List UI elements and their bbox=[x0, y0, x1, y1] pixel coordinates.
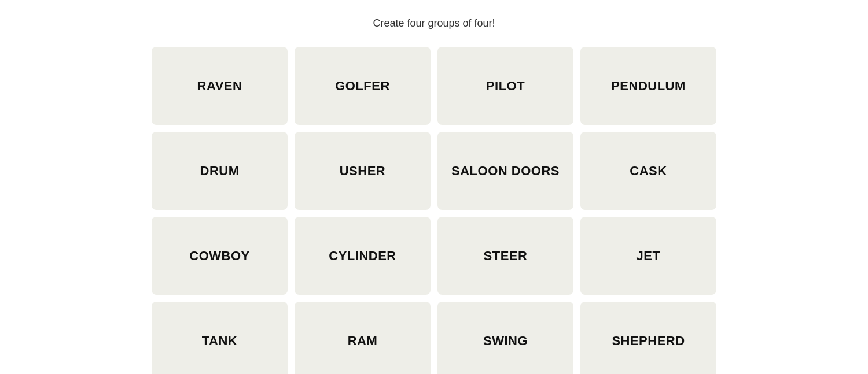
tile-label-cask: CASK bbox=[630, 164, 667, 179]
tile-label-ram: RAM bbox=[348, 334, 378, 349]
tile-label-drum: DRUM bbox=[200, 164, 240, 179]
tile-shepherd[interactable]: SHEPHERD bbox=[580, 302, 716, 374]
tile-cask[interactable]: CASK bbox=[580, 132, 716, 210]
tile-label-usher: USHER bbox=[340, 164, 386, 179]
word-grid: RAVENGOLFERPILOTPENDULUMDRUMUSHERSALOON … bbox=[152, 47, 716, 374]
tile-jet[interactable]: JET bbox=[580, 217, 716, 295]
tile-drum[interactable]: DRUM bbox=[152, 132, 288, 210]
tile-label-raven: RAVEN bbox=[197, 79, 242, 94]
tile-tank[interactable]: TANK bbox=[152, 302, 288, 374]
tile-label-jet: JET bbox=[637, 249, 661, 264]
game-subtitle: Create four groups of four! bbox=[373, 17, 495, 29]
tile-usher[interactable]: USHER bbox=[295, 132, 431, 210]
tile-label-tank: TANK bbox=[202, 334, 237, 349]
tile-swing[interactable]: SWING bbox=[437, 302, 573, 374]
tile-steer[interactable]: STEER bbox=[437, 217, 573, 295]
tile-label-swing: SWING bbox=[483, 334, 528, 349]
tile-label-steer: STEER bbox=[484, 249, 528, 264]
tile-pilot[interactable]: PILOT bbox=[437, 47, 573, 125]
tile-cowboy[interactable]: COWBOY bbox=[152, 217, 288, 295]
tile-label-pendulum: PENDULUM bbox=[611, 79, 686, 94]
tile-pendulum[interactable]: PENDULUM bbox=[580, 47, 716, 125]
tile-label-shepherd: SHEPHERD bbox=[612, 334, 685, 349]
tile-label-saloon-doors: SALOON DOORS bbox=[451, 164, 560, 179]
tile-ram[interactable]: RAM bbox=[295, 302, 431, 374]
tile-label-pilot: PILOT bbox=[486, 79, 525, 94]
tile-label-cylinder: CYLINDER bbox=[329, 249, 396, 264]
tile-label-golfer: GOLFER bbox=[335, 79, 390, 94]
tile-cylinder[interactable]: CYLINDER bbox=[295, 217, 431, 295]
tile-label-cowboy: COWBOY bbox=[189, 249, 249, 264]
tile-golfer[interactable]: GOLFER bbox=[295, 47, 431, 125]
tile-raven[interactable]: RAVEN bbox=[152, 47, 288, 125]
tile-saloon-doors[interactable]: SALOON DOORS bbox=[437, 132, 573, 210]
